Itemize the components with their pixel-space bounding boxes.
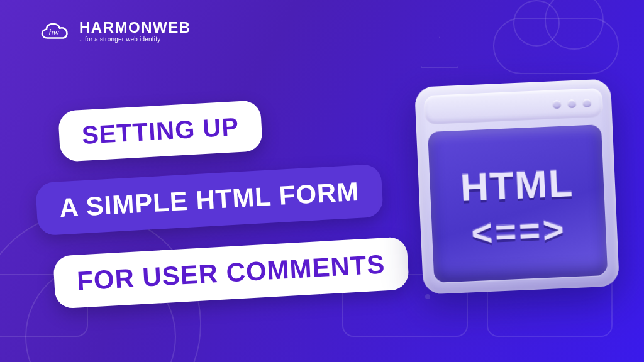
window-titlebar: [424, 88, 604, 124]
window-control-dot: [567, 99, 577, 109]
panel-code-glyph: <==>: [471, 217, 567, 246]
panel-html-label: HTML: [459, 160, 574, 210]
brand-logo: hw HARMONWEB ...for a stronger web ident…: [38, 18, 191, 45]
window-control-dot: [552, 100, 562, 109]
brand-name: HARMONWEB: [79, 20, 191, 35]
window-content-panel: HTML <==>: [428, 124, 608, 283]
brand-tagline: ...for a stronger web identity: [79, 36, 191, 43]
bg-dot: [425, 294, 430, 299]
bg-cloud-outline: [493, 18, 619, 74]
title-line-2: A SIMPLE HTML FORM: [35, 164, 383, 236]
title-line-1: SETTING UP: [58, 100, 263, 162]
cloud-hw-icon: hw: [38, 18, 73, 45]
window-control-dot: [582, 99, 592, 108]
bg-triangle-outline: [421, 36, 458, 68]
window-frame: HTML <==>: [414, 79, 619, 294]
svg-text:hw: hw: [49, 28, 60, 37]
browser-window-illustration: HTML <==>: [414, 79, 619, 294]
